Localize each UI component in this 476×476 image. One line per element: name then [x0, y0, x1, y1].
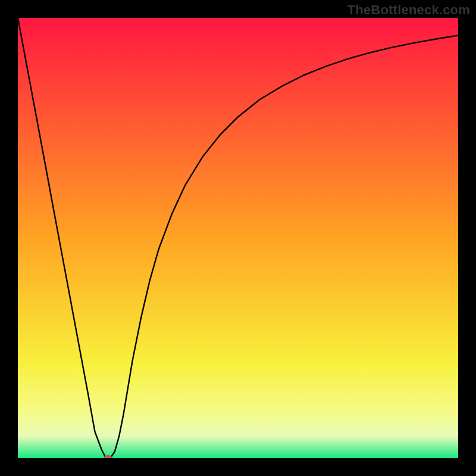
plot-svg [18, 18, 458, 458]
watermark-label: TheBottleneck.com [347, 2, 470, 18]
chart-frame: TheBottleneck.com [0, 0, 476, 476]
gradient-background [18, 18, 458, 458]
plot-area [18, 18, 458, 458]
